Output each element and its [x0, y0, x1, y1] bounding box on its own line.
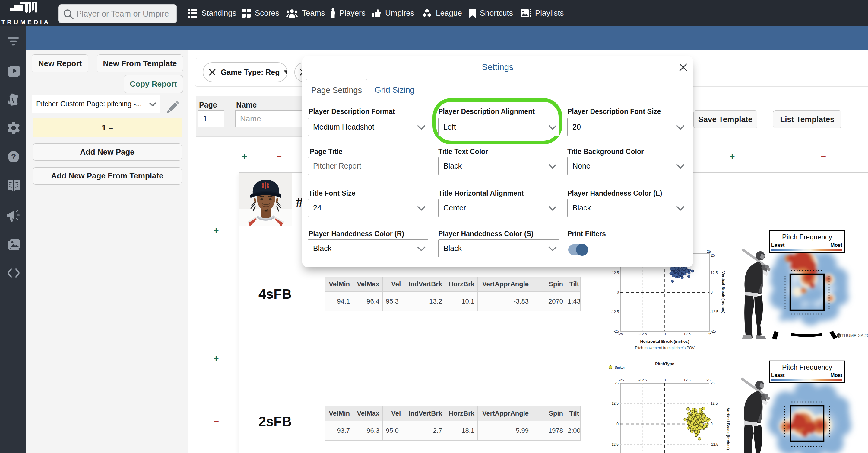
svg-text:0: 0 — [711, 290, 713, 294]
svg-text:-25: -25 — [618, 332, 623, 336]
svg-text:Horizontal Break (inches): Horizontal Break (inches) — [640, 339, 689, 344]
svg-text:-12.5: -12.5 — [639, 378, 647, 382]
svg-text:0: 0 — [711, 422, 713, 426]
svg-text:-12.5: -12.5 — [611, 443, 619, 447]
svg-text:0: 0 — [617, 290, 619, 294]
svg-text:Sinker: Sinker — [615, 365, 625, 370]
svg-text:12.5: 12.5 — [683, 378, 691, 382]
svg-text:12.5: 12.5 — [711, 401, 718, 405]
svg-text:Pitch movement from pitcher's: Pitch movement from pitcher's POV — [635, 346, 694, 350]
svg-text:-25: -25 — [619, 378, 624, 382]
svg-text:25: 25 — [711, 253, 715, 258]
svg-text:25: 25 — [615, 381, 619, 385]
svg-text:0: 0 — [664, 332, 666, 336]
svg-text:Pitch Frequency: Pitch Frequency — [782, 363, 832, 371]
svg-text:?: ? — [11, 152, 16, 161]
svg-text:25: 25 — [706, 378, 711, 382]
svg-text:-12.5: -12.5 — [710, 310, 718, 314]
svg-text:25: 25 — [711, 381, 715, 385]
svg-text:PitchType: PitchType — [655, 362, 674, 366]
svg-text:Least: Least — [771, 372, 785, 378]
svg-text:25: 25 — [707, 332, 711, 336]
svg-text:-12.5: -12.5 — [611, 310, 619, 314]
svg-text:Vertical Break (inches): Vertical Break (inches) — [721, 271, 726, 313]
svg-text:Vertical Break (inches): Vertical Break (inches) — [726, 408, 731, 450]
svg-text:12.5: 12.5 — [612, 401, 619, 405]
svg-text:Most: Most — [830, 372, 842, 378]
svg-text:-12.5: -12.5 — [710, 443, 718, 447]
svg-text:-12.5: -12.5 — [639, 332, 647, 336]
svg-text:©: © — [838, 334, 840, 338]
svg-text:0: 0 — [617, 422, 619, 426]
svg-text:TRUMEDIA 2024: TRUMEDIA 2024 — [841, 333, 868, 338]
svg-text:12.5: 12.5 — [612, 271, 619, 275]
svg-text:25: 25 — [707, 250, 711, 254]
svg-text:12.5: 12.5 — [683, 332, 691, 336]
svg-text:12.5: 12.5 — [711, 271, 718, 275]
svg-text:0: 0 — [664, 378, 666, 382]
